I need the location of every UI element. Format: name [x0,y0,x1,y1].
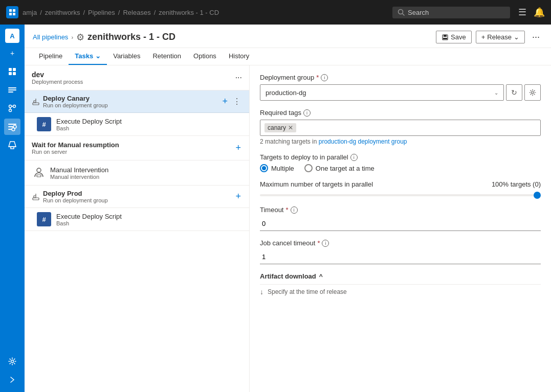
task-item-execute-deploy[interactable]: # Execute Deploy Script Bash [25,113,249,136]
job-cancel-input[interactable] [260,250,541,264]
svg-point-30 [532,91,534,94]
artifact-header: Artifact download ^ [260,272,541,280]
search-box[interactable]: Search [392,7,510,18]
task-icon-bash: # [37,117,51,131]
settings-button[interactable] [524,84,541,101]
wait-item[interactable]: Wait for Manual resumption Run on server… [25,136,249,160]
task-subtitle: Bash [56,125,122,131]
tasks-dropdown-arrow[interactable]: ⌄ [95,52,101,60]
sidebar-item-pipelines[interactable] [4,119,20,135]
stage-header: dev Deployment process ··· [25,65,249,90]
deploy-canary-header[interactable]: Deploy Canary Run on deployment group + … [25,90,249,113]
timeout-input[interactable] [260,217,541,231]
task-item-execute-deploy-prod[interactable]: # Execute Deploy Script Bash [25,208,249,231]
deploy-prod-add-button[interactable]: + [234,190,242,203]
tab-variables[interactable]: Variables [107,48,146,65]
stage-name: dev [32,71,235,79]
svg-rect-22 [34,101,36,103]
search-icon [398,9,405,16]
matching-link[interactable]: production-dg deployment group [319,138,407,145]
all-pipelines-link[interactable]: All pipelines [33,33,68,41]
timeout-field: Timeout * i [260,206,541,231]
sidebar-item-add[interactable]: + [4,45,20,61]
tab-history[interactable]: History [223,48,255,65]
job-cancel-info[interactable]: i [322,240,329,247]
artifact-arrow-icon: ↓ [260,288,263,296]
artifact-download-section: Artifact download ^ ↓ Specify at the tim… [260,272,541,299]
required-tags-label: Required tags i [260,109,541,117]
manual-intervention-title: Manual Intervention [50,166,108,174]
tag-canary: canary ✕ [265,123,296,132]
sidebar-item-test[interactable] [4,137,20,153]
sidebar-item-home[interactable]: A [5,29,19,43]
more-options-button[interactable]: ··· [529,31,543,43]
required-tags-info[interactable]: i [303,109,311,117]
add-task-button[interactable]: + [221,95,229,108]
deployment-group-label: Deployment group * i [260,74,541,81]
page-header-actions: Save + Release ⌄ ··· [436,31,543,43]
deployment-group-dropdown-row: production-dg ⌄ ↻ [260,84,541,101]
gear-icon [529,89,536,96]
deployment-group-icon [32,98,40,106]
deployment-group-info[interactable]: i [321,74,328,81]
manual-intervention-item[interactable]: Manual Intervention Manual intervention [25,160,249,186]
tab-options[interactable]: Options [187,48,223,65]
deploy-prod-subtitle: Run on deployment group [43,197,231,203]
sidebar-item-settings[interactable] [4,353,20,370]
deploy-prod-title: Deploy Prod [43,190,231,197]
targets-parallel-field: Targets to deploy to in parallel i Multi… [260,153,541,172]
tab-retention[interactable]: Retention [146,48,187,65]
save-icon [442,34,449,41]
notification-icon[interactable]: 🔔 [534,7,545,18]
page-header: All pipelines › ⚙ zenithworks - 1 - CD S… [25,25,551,48]
list-icon[interactable]: ☰ [518,7,526,18]
tab-tasks[interactable]: Tasks ⌄ [69,48,107,65]
sidebar-item-repos[interactable] [4,100,20,117]
sidebar-item-boards[interactable] [4,82,20,98]
max-targets-slider[interactable] [260,194,541,196]
task-subtitle-prod: Bash [56,220,122,226]
release-button[interactable]: + Release ⌄ [476,31,525,43]
refresh-button[interactable]: ↻ [506,84,522,101]
task-title: Execute Deploy Script [56,118,122,125]
main-content: All pipelines › ⚙ zenithworks - 1 - CD S… [25,25,551,392]
max-targets-field: Maximum number of targets in parallel 10… [260,180,541,198]
sidebar-item-expand[interactable] [4,372,20,388]
targets-parallel-label: Targets to deploy to in parallel i [260,153,541,161]
breadcrumb: amja / zenithworks / Pipelines / Release… [23,9,388,16]
deploy-prod-header[interactable]: Deploy Prod Run on deployment group + [25,186,249,208]
svg-line-1 [403,14,405,16]
targets-parallel-info[interactable]: i [350,154,358,161]
save-button[interactable]: Save [436,31,472,43]
slider-container: Maximum number of targets in parallel 10… [260,180,541,198]
radio-multiple-circle [260,164,268,172]
deploy-canary-subtitle: Run on deployment group [43,102,218,108]
timeout-info[interactable]: i [291,206,298,214]
right-panel: Deployment group * i production-dg ⌄ ↻ [250,65,551,392]
svg-point-15 [12,128,15,131]
stage-more-button[interactable]: ··· [235,73,242,82]
tag-remove-button[interactable]: ✕ [288,124,293,131]
deployment-group-select[interactable]: production-dg ⌄ [260,84,504,101]
sidebar-item-overview[interactable] [4,63,20,80]
svg-rect-28 [34,196,36,198]
breadcrumb-chevron: › [71,34,73,40]
tab-pipeline[interactable]: Pipeline [33,48,69,65]
radio-multiple[interactable]: Multiple [260,164,294,172]
svg-point-25 [37,168,41,172]
artifact-row: ↓ Specify at the time of release [260,284,541,299]
svg-point-17 [11,360,14,363]
parallel-radio-group: Multiple One target at a time [260,164,541,172]
wait-add-button[interactable]: + [234,142,242,154]
deploy-canary-more[interactable]: ⋮ [232,96,242,107]
task-icon-bash-prod: # [37,212,51,226]
manual-intervention-icon [32,166,46,180]
required-tags-field: Required tags i canary ✕ 2 matching targ… [260,109,541,145]
tag-input[interactable]: canary ✕ [260,120,541,136]
deploy-canary-title: Deploy Canary [43,95,218,102]
svg-point-10 [13,105,16,108]
artifact-collapse-icon[interactable]: ^ [319,273,323,280]
app-logo[interactable] [6,6,18,18]
svg-rect-5 [13,72,16,75]
radio-one-target[interactable]: One target at a time [304,164,374,172]
